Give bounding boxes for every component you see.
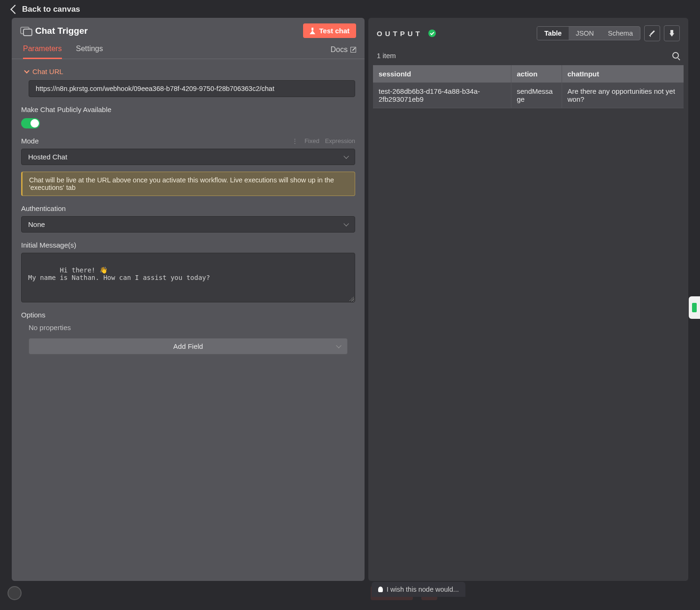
mode-value: Hosted Chat <box>28 153 67 161</box>
chat-url-section-toggle[interactable]: Chat URL <box>21 66 355 80</box>
view-json-tab[interactable]: JSON <box>569 27 601 40</box>
mode-expression-option[interactable]: Expression <box>325 137 355 144</box>
output-table: sessionId action chatInput test-268db6b3… <box>373 65 684 108</box>
add-field-label: Add Field <box>173 342 203 350</box>
public-toggle[interactable] <box>21 118 40 128</box>
right-edge-drawer-handle[interactable] <box>689 296 700 319</box>
add-field-button[interactable]: Add Field <box>29 338 348 354</box>
chevron-down-icon <box>336 343 341 348</box>
output-view-segmented: Table JSON Schema <box>537 26 640 40</box>
test-chat-label: Test chat <box>319 27 350 35</box>
cell-sessionid: test-268db6b3-d176-4a88-b34a-2fb293071eb… <box>373 83 511 108</box>
arrow-left-icon <box>10 5 20 14</box>
output-title: OUTPUT <box>377 30 423 38</box>
chevron-down-icon <box>24 68 29 73</box>
view-schema-tab[interactable]: Schema <box>601 27 640 40</box>
options-label: Options <box>21 311 355 319</box>
mode-label: Mode <box>21 137 39 145</box>
chat-url-value[interactable]: https://n8n.pkrstg.com/webhook/09eea368-… <box>29 80 355 97</box>
external-link-icon <box>350 47 356 53</box>
back-label: Back to canvas <box>22 5 80 14</box>
back-to-canvas-link[interactable]: Back to canvas <box>12 5 80 14</box>
node-title: Chat Trigger <box>35 26 88 36</box>
tab-settings[interactable]: Settings <box>76 45 103 59</box>
auth-select[interactable]: None <box>21 216 355 233</box>
lightbulb-icon <box>378 587 383 592</box>
chevron-down-icon <box>343 153 349 158</box>
search-icon[interactable] <box>672 52 680 60</box>
initial-messages-textarea[interactable]: Hi there! 👋 My name is Nathan. How can I… <box>21 253 355 302</box>
edit-output-button[interactable] <box>644 25 660 41</box>
chat-url-label: Chat URL <box>32 68 63 75</box>
workflow-warning-banner: Chat will be live at the URL above once … <box>21 172 355 196</box>
feedback-prompt[interactable]: I wish this node would... <box>372 582 465 597</box>
auth-label: Authentication <box>21 204 355 212</box>
initial-messages-value: Hi there! 👋 My name is Nathan. How can I… <box>28 266 210 281</box>
cell-chatinput: Are there any opportunities not yet won? <box>562 83 684 108</box>
pin-icon <box>670 30 674 37</box>
flask-icon <box>310 28 315 34</box>
view-table-tab[interactable]: Table <box>537 27 569 40</box>
initial-messages-label: Initial Message(s) <box>21 241 355 249</box>
docs-link[interactable]: Docs <box>331 45 356 59</box>
mode-fixed-option[interactable]: Fixed <box>304 137 320 144</box>
feedback-text: I wish this node would... <box>387 586 459 593</box>
chevron-down-icon <box>343 221 349 226</box>
cell-action: sendMessage <box>511 83 562 108</box>
mode-select[interactable]: Hosted Chat <box>21 149 355 165</box>
docs-label: Docs <box>331 45 348 54</box>
canvas-background-toolbar <box>0 583 700 603</box>
avatar <box>8 586 22 600</box>
chat-bubbles-icon <box>20 27 30 35</box>
node-config-panel: Chat Trigger Test chat Parameters Settin… <box>12 18 365 581</box>
no-properties-text: No properties <box>21 319 355 336</box>
drawer-handle-icon <box>692 303 697 312</box>
col-header-sessionid[interactable]: sessionId <box>373 65 511 83</box>
public-toggle-label: Make Chat Publicly Available <box>21 105 355 113</box>
drag-dots-icon: ⋮ <box>292 137 299 144</box>
table-row[interactable]: test-268db6b3-d176-4a88-b34a-2fb293071eb… <box>373 83 684 108</box>
table-header-row: sessionId action chatInput <box>373 65 684 83</box>
col-header-chatinput[interactable]: chatInput <box>562 65 684 83</box>
test-chat-button[interactable]: Test chat <box>303 23 356 38</box>
tab-parameters[interactable]: Parameters <box>23 45 62 59</box>
item-count: 1 item <box>377 52 396 60</box>
pencil-icon <box>649 30 655 37</box>
output-panel: OUTPUT Table JSON Schema 1 item <box>368 18 688 581</box>
success-check-icon <box>428 30 436 37</box>
col-header-action[interactable]: action <box>511 65 562 83</box>
auth-value: None <box>28 220 45 228</box>
pin-output-button[interactable] <box>664 25 680 41</box>
resize-handle-icon[interactable] <box>349 296 354 301</box>
